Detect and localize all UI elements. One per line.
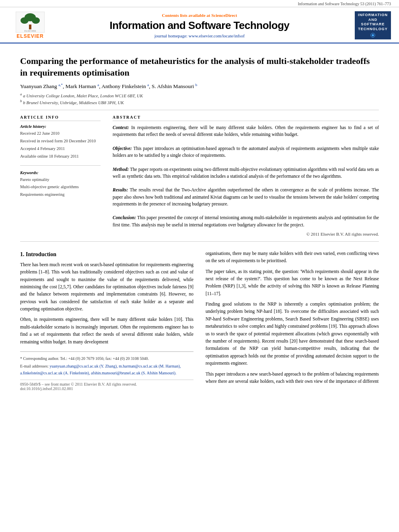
context-text: In requirements engineering, there will …: [113, 125, 379, 137]
journal-homepage: journal homepage: www.elsevier.com/locat…: [52, 33, 347, 38]
affiliation-a: a a University College London, Malet Pla…: [20, 92, 379, 98]
svg-text:ELSEVIER: ELSEVIER: [25, 30, 36, 32]
ist-logo-area: INFORMATIONANDSOFTWARETECHNOLOGY: [347, 11, 391, 39]
context-label: Context:: [113, 125, 129, 130]
article-meta-section: ARTICLE INFO Article history: Received 2…: [20, 115, 379, 236]
authors-line: Yuanyuan Zhang a,*, Mark Harman a, Antho…: [20, 82, 379, 90]
keywords-section: Keywords: Pareto optimality Multi-object…: [20, 170, 101, 199]
right-para-1: organisations, there may be many stake h…: [206, 250, 379, 265]
keywords-list: Pareto optimality Multi-objective geneti…: [20, 176, 101, 199]
article-title: Comparing the performance of metaheurist…: [20, 55, 379, 78]
right-para-4: This paper introduces a new search-based…: [206, 370, 379, 385]
bottom-notice-text: 0950-5849/$ – see front matter © 2011 El…: [20, 382, 193, 386]
article-info-column: ARTICLE INFO Article history: Received 2…: [20, 115, 101, 236]
history-label: Article history:: [20, 124, 101, 129]
journal-ref-text: Information and Software Technology 53 (…: [298, 2, 391, 6]
intro-section-title: 1. Introduction: [20, 251, 193, 258]
method-text: The paper reports on experiments using t…: [113, 167, 379, 179]
method-label: Method:: [113, 167, 129, 172]
elsevier-brand-text: ELSEVIER: [16, 33, 43, 39]
divider-keywords: [20, 165, 101, 166]
homepage-url: www.elsevier.com/locate/infsof: [189, 33, 245, 38]
svg-point-2: [21, 17, 29, 24]
article-info-header: ARTICLE INFO: [20, 115, 101, 121]
results-label: Results:: [113, 187, 128, 192]
keyword-3: Requirements engineering: [20, 191, 101, 199]
ist-logo-text: INFORMATIONANDSOFTWARETECHNOLOGY: [358, 13, 388, 32]
doi-text: doi:10.1016/j.infsof.2011.02.001: [20, 386, 193, 391]
abstract-column: ABSTRACT Context: In requirements engine…: [113, 115, 379, 236]
bottom-notice: 0950-5849/$ – see front matter © 2011 El…: [20, 380, 193, 391]
footnote-star: * Corresponding author. Tel.: +44 (0) 20…: [20, 355, 193, 362]
svg-point-3: [32, 17, 40, 24]
homepage-label: journal homepage:: [154, 33, 187, 38]
body-content: 1. Introduction There has been much rece…: [20, 250, 379, 391]
received-revised-date: Received in revised form 20 December 201…: [20, 138, 101, 145]
journal-title-area: Contents lists available at ScienceDirec…: [52, 13, 347, 38]
footnote-email: E-mail addresses: yuanyuan.zhang@cs.ucl.…: [20, 363, 193, 376]
email-label: E-mail addresses:: [20, 364, 49, 368]
objective-label: Objective:: [113, 146, 132, 151]
divider-1: [20, 110, 379, 110]
received-date: Received 22 June 2010: [20, 130, 101, 138]
elsevier-tree-icon: ELSEVIER: [16, 12, 45, 33]
right-para-3: Finding good solutions to the NRP is inh…: [206, 300, 379, 367]
authors-text: Yuanyuan Zhang a,*, Mark Harman a, Antho…: [20, 83, 197, 89]
intro-para-1: There has been much recent work on searc…: [20, 261, 193, 313]
ist-logo: INFORMATIONANDSOFTWARETECHNOLOGY: [355, 11, 391, 39]
affiliation-b: b b Brunel University, Uxbridge, Middles…: [20, 99, 379, 105]
contents-label: Contents lists available at: [162, 13, 210, 18]
accepted-date: Accepted 4 February 2011: [20, 145, 101, 153]
article-history: Received 22 June 2010 Received in revise…: [20, 130, 101, 160]
paper-content: Comparing the performance of metaheurist…: [0, 43, 399, 399]
copyright-line: © 2011 Elsevier B.V. All rights reserved…: [113, 232, 379, 236]
keywords-label: Keywords:: [20, 170, 101, 175]
sciencedirect-link: Contents lists available at ScienceDirec…: [52, 13, 347, 18]
journal-header: ELSEVIER ELSEVIER Contents lists availab…: [0, 7, 399, 43]
keyword-1: Pareto optimality: [20, 176, 101, 184]
journal-ref-bar: Information and Software Technology 53 (…: [0, 0, 399, 7]
objective-text: This paper introduces an optimisation-ba…: [113, 146, 379, 158]
conclusion-text: This paper presented the concept of inte…: [113, 215, 379, 227]
conclusion-label: Conclusion:: [113, 215, 136, 220]
introduction-column: 1. Introduction There has been much rece…: [20, 250, 193, 391]
ist-logo-graphic: [365, 33, 381, 38]
svg-rect-4: [29, 25, 31, 29]
journal-main-title: Information and Software Technology: [52, 19, 347, 32]
sciencedirect-brand: ScienceDirect: [211, 13, 237, 18]
keyword-2: Multi-objective genetic algorithms: [20, 183, 101, 191]
available-date: Available online 18 February 2011: [20, 153, 101, 160]
svg-point-7: [372, 34, 374, 36]
elsevier-logo: ELSEVIER ELSEVIER: [8, 12, 52, 39]
elsevier-logo-area: ELSEVIER ELSEVIER: [8, 12, 52, 39]
divider-body: [20, 241, 379, 242]
right-para-2: The paper takes, as its stating point, t…: [206, 268, 379, 298]
abstract-text: Context: In requirements engineering, th…: [113, 124, 379, 228]
abstract-header: ABSTRACT: [113, 115, 379, 121]
results-text: The results reveal that the Two-Archive …: [113, 187, 379, 206]
intro-para-2: Often, in requirements engineering, ther…: [20, 316, 193, 345]
footnotes: * Corresponding author. Tel.: +44 (0) 20…: [20, 351, 193, 376]
body-right-column: organisations, there may be many stake h…: [206, 250, 379, 391]
